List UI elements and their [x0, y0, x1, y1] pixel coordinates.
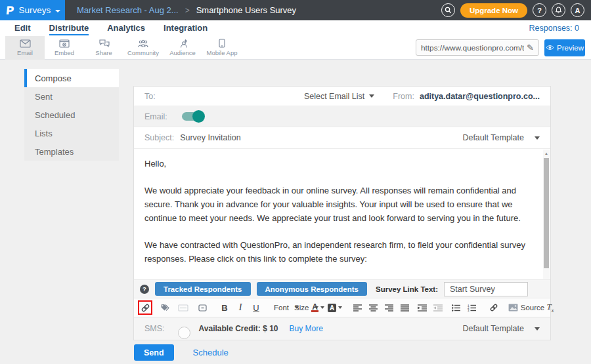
from-email-value[interactable]: aditya.datar@questionpro.co... — [420, 92, 540, 101]
anonymous-respondents-button[interactable]: Anonymous Respondents — [257, 282, 367, 296]
upgrade-now-button[interactable]: Upgrade Now — [460, 3, 527, 18]
available-credit-label: Available Credit: $ 10 — [199, 324, 278, 333]
audience-icon — [177, 39, 188, 48]
channel-embed[interactable]: Embed — [45, 36, 84, 60]
search-button[interactable] — [441, 3, 455, 17]
sidebar-item-templates[interactable]: Templates — [24, 142, 119, 161]
channel-mobile-app[interactable]: Mobile App — [202, 36, 242, 60]
notifications-button[interactable] — [552, 3, 565, 17]
breadcrumb-folder[interactable]: Market Research - Aug 2... — [77, 5, 179, 15]
sidebar-item-scheduled[interactable]: Scheduled — [24, 106, 119, 124]
tab-integration[interactable]: Integration — [164, 21, 208, 35]
channel-label: Share — [95, 49, 112, 56]
email-body-text[interactable]: Hello, We would appreciate your feedback… — [134, 149, 550, 279]
image-icon — [508, 304, 518, 312]
tracked-respondents-button[interactable]: Tracked Respondents — [155, 282, 251, 296]
sidebar-item-compose[interactable]: Compose — [24, 69, 119, 87]
survey-link-text-label: Survey Link Text: — [376, 285, 438, 293]
numbered-list-button[interactable]: 123 — [464, 300, 479, 315]
chevron-down-icon — [535, 327, 540, 331]
tab-analytics[interactable]: Analytics — [107, 21, 145, 35]
responses-count[interactable]: Responses: 0 — [529, 24, 579, 33]
bold-button[interactable]: B — [217, 300, 232, 315]
chevron-down-icon — [338, 306, 342, 309]
channel-email[interactable]: Email — [5, 36, 45, 60]
preview-button[interactable]: Preview — [544, 39, 585, 56]
align-left-button[interactable] — [350, 300, 364, 315]
send-row: Send Schedule — [134, 344, 229, 361]
respondents-help-icon[interactable]: ? — [140, 285, 149, 294]
workspace-label: Surveys — [18, 5, 51, 15]
subject-template-dropdown[interactable]: Default Template — [462, 133, 540, 142]
chevron-down-icon — [369, 94, 374, 98]
channel-label: Mobile App — [206, 49, 237, 56]
channel-community[interactable]: Community — [123, 36, 163, 60]
survey-link-text-input[interactable] — [444, 282, 528, 296]
align-right-button[interactable] — [382, 300, 396, 315]
body-paragraph: We would appreciate your feedback in our… — [144, 184, 533, 225]
chevron-down-icon — [55, 10, 60, 12]
channel-share[interactable]: Share — [84, 36, 123, 60]
insert-banner-button[interactable] — [176, 300, 190, 315]
remove-format-icon: Tx — [547, 302, 554, 313]
justify-button[interactable] — [397, 300, 412, 315]
sms-template-dropdown[interactable]: Default Template — [462, 324, 540, 333]
insert-survey-link-button[interactable] — [138, 300, 152, 315]
eye-icon — [546, 45, 554, 51]
insert-image-button[interactable] — [506, 300, 520, 315]
sms-template-value: Default Template — [462, 324, 524, 333]
text-color-button[interactable]: A — [311, 300, 325, 315]
outdent-button[interactable] — [431, 300, 445, 315]
scrollbar-thumb[interactable] — [544, 158, 549, 268]
bg-color-button[interactable]: A — [328, 300, 342, 315]
community-icon — [137, 39, 149, 48]
survey-url-text[interactable]: https://www.questionpro.com/t/APNrFZ — [421, 43, 524, 52]
email-toggle[interactable] — [182, 112, 204, 121]
source-button[interactable]: a Source — [524, 300, 538, 315]
svg-text:3: 3 — [468, 309, 470, 312]
send-button[interactable]: Send — [134, 344, 174, 361]
align-center-button[interactable] — [366, 300, 380, 315]
insert-link-button[interactable] — [487, 300, 501, 315]
avatar[interactable]: A — [571, 3, 584, 17]
font-dropdown[interactable]: Font — [271, 300, 286, 315]
size-label: Size — [294, 304, 309, 312]
subject-input[interactable]: Survey Invitation — [180, 133, 240, 142]
outdent-icon — [433, 304, 443, 312]
underline-button[interactable]: U — [249, 300, 263, 315]
email-toggle-label: Email: — [144, 112, 167, 121]
channel-audience[interactable]: Audience — [163, 36, 202, 60]
size-dropdown[interactable]: Size — [292, 300, 306, 315]
bell-icon — [555, 7, 562, 14]
numbered-list-icon: 123 — [468, 304, 476, 312]
scroll-up-icon[interactable]: ▲ — [543, 150, 550, 157]
schedule-link[interactable]: Schedule — [193, 348, 229, 357]
embed-icon — [59, 39, 70, 48]
justify-icon — [401, 304, 409, 312]
topbar-actions: Upgrade Now ? A — [441, 3, 591, 18]
sidebar-item-sent[interactable]: Sent — [24, 87, 119, 106]
email-sidebar: Compose Sent Scheduled Lists Templates — [24, 69, 119, 161]
editor-scrollbar[interactable]: ▲ — [543, 150, 550, 279]
preview-label: Preview — [557, 44, 584, 52]
sidebar-item-lists[interactable]: Lists — [24, 124, 119, 142]
buy-more-link[interactable]: Buy More — [290, 324, 323, 333]
survey-url-field[interactable]: https://www.questionpro.com/t/APNrFZ ✎ — [416, 39, 539, 56]
help-button[interactable]: ? — [533, 3, 546, 17]
insert-tag-button[interactable] — [157, 300, 171, 315]
bulleted-list-button[interactable] — [449, 300, 463, 315]
top-bar: P Surveys Market Research - Aug 2... > S… — [0, 0, 591, 20]
tab-distribute[interactable]: Distribute — [49, 21, 89, 35]
sms-row: SMS: Available Credit: $ 10 Buy More Def… — [134, 317, 550, 340]
remove-format-button[interactable]: Tx — [543, 300, 558, 315]
tab-edit[interactable]: Edit — [14, 21, 31, 35]
edit-url-icon[interactable]: ✎ — [527, 43, 534, 52]
email-body-editor[interactable]: Hello, We would appreciate your feedback… — [134, 149, 550, 279]
indent-button[interactable] — [415, 300, 429, 315]
italic-button[interactable]: I — [233, 300, 248, 315]
surveys-menu[interactable]: P Surveys — [0, 0, 65, 20]
font-label: Font — [274, 304, 289, 312]
select-email-list-dropdown[interactable]: Select Email List — [304, 92, 374, 101]
channel-label: Community — [127, 49, 159, 56]
insert-button-widget[interactable] — [195, 300, 209, 315]
